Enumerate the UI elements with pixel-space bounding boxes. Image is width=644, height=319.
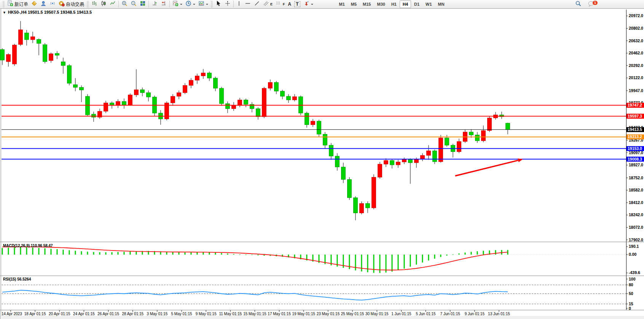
price-tick-label: 19947.0 [629,88,643,93]
candle [6,54,11,62]
candle [238,100,242,105]
timeframe-m1[interactable]: M1 [336,0,348,8]
candle [311,121,315,125]
candle [177,93,181,96]
crosshair-button[interactable] [223,0,232,8]
timeframe-d1[interactable]: D1 [411,0,422,8]
zoom-in-button[interactable] [120,0,129,8]
timeframe-m30[interactable]: M30 [374,0,388,8]
new-order-button[interactable]: 新订单 [6,0,30,8]
macd-label: MACD(12,26,9) 110.96 58.47 [3,244,53,248]
macd-tick-label: -439.6 [629,270,640,275]
vertical-line-icon [236,0,242,8]
macd-histogram-bar [87,252,88,255]
chart-shift-button[interactable] [150,0,159,8]
candle [49,54,53,61]
trendline-button[interactable] [252,0,261,8]
candle [396,162,400,165]
candle [232,105,236,109]
price-tick-label: 20122.0 [629,75,643,80]
equidistant-channel-button[interactable]: E [261,0,274,8]
candle [226,104,230,108]
search-icon [575,0,582,8]
bar-chart-button[interactable] [90,0,99,8]
candle [475,135,480,141]
bar-chart-icon [91,0,97,8]
price-tick-label: 18412.0 [629,200,643,205]
macd-histogram-bar [379,255,381,273]
timeframe-group: M1M5M15M30H1H4D1W1MN [336,0,448,8]
text-label-button[interactable]: T [293,0,301,8]
search-button[interactable] [574,0,583,8]
macd-histogram-bar [361,255,362,271]
zoom-out-button[interactable] [129,0,138,8]
macd-histogram-bar [398,255,399,270]
candle [506,123,510,130]
chart-dropdown-icon[interactable]: ▼ [3,11,6,14]
toolbar-grip[interactable] [87,1,89,7]
text-icon: A [288,2,292,7]
time-tick-label: 28 Apr 01:15 [122,312,143,316]
macd-histogram-bar [172,252,174,254]
candle [140,90,145,93]
line-chart-button[interactable] [108,0,117,8]
timeframe-mn[interactable]: MN [435,0,448,8]
candle [378,164,382,177]
macd-histogram-bar [136,251,137,255]
toolbar-grip[interactable] [3,1,5,7]
periods-button[interactable] [184,0,197,8]
fibonacci-button[interactable]: F [274,0,287,8]
market-button[interactable] [30,0,39,8]
candle [73,85,78,87]
timeframe-h1[interactable]: H1 [388,0,400,8]
price-tick-label: 20972.0 [629,13,643,18]
chart-title: ▼HK50-,H4 19501.5 19507.5 19348.5 19413.… [3,10,92,14]
candle [207,73,212,78]
candlestick-chart-icon [100,0,107,8]
autotrading-icon [59,0,65,8]
auto-scroll-button[interactable] [159,0,168,8]
candle [171,96,175,103]
equidistant-channel-icon [263,0,269,8]
templates-button[interactable] [197,0,210,8]
timeframe-m5[interactable]: M5 [348,0,360,8]
arrows-button[interactable] [302,0,315,8]
autotrading-button[interactable]: 自动交易 [57,0,86,8]
candle [408,160,413,163]
candle [402,160,406,162]
channel-tag: E [270,2,273,6]
macd-histogram-bar [118,252,119,255]
toolbar-right-group: 1 [574,0,596,8]
candlestick-chart-button[interactable] [99,0,108,8]
macd-main-value: 110.96 [31,244,42,248]
candle [366,204,370,208]
time-tick-label: 9 May 01:15 [196,312,217,316]
macd-histogram-bar [477,251,478,255]
candle [384,161,388,164]
toolbar-grip[interactable] [211,1,213,7]
tile-windows-button[interactable] [138,0,147,8]
candle [128,95,132,105]
timeframe-m15[interactable]: M15 [360,0,374,8]
macd-histogram-bar [75,251,76,255]
horizontal-line-button[interactable] [243,0,252,8]
cursor-button[interactable] [214,0,223,8]
arrows-icon [303,0,309,8]
candle [414,159,419,163]
text-button[interactable]: A [287,0,293,8]
candle [488,118,492,131]
vertical-line-button[interactable] [235,0,243,8]
community-button[interactable] [39,0,48,8]
timeframe-w1[interactable]: W1 [422,0,435,8]
time-tick-label: 18 Apr 01:15 [24,312,46,316]
chart-area[interactable]: 20972.020802.020632.020462.020292.020122… [0,0,644,319]
macd-histogram-bar [227,254,228,255]
macd-tick-label: 0.00 [629,252,637,257]
macd-histogram-bar [245,255,247,255]
price-tick-label: 20632.0 [629,38,643,43]
notifications-button[interactable]: 1 [586,0,596,8]
indicators-button[interactable] [171,0,184,8]
signals-button[interactable] [48,0,57,8]
macd-histogram-bar [215,253,216,255]
timeframe-h4[interactable]: H4 [400,0,411,8]
